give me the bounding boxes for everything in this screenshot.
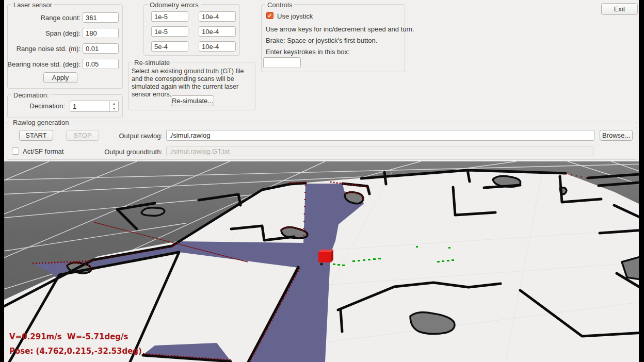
odometry-errors-group-title: Odometry errors — [148, 1, 201, 9]
resimulate-button[interactable]: Re-simulate... — [171, 95, 214, 106]
use-joystick-checkbox[interactable]: ✓ — [266, 12, 273, 19]
output-rawlog-input[interactable] — [166, 130, 594, 141]
odometry-error-input-4[interactable] — [199, 26, 236, 37]
start-button[interactable]: START — [19, 130, 53, 141]
output-groundtruth-label: Output groundtruth: — [97, 148, 163, 156]
rawlog-generation-group-title: Rawlog generation — [11, 119, 71, 126]
right-black-bar — [639, 0, 644, 362]
resimulate-description: Select an existing ground truth (GT) fil… — [132, 68, 252, 98]
act-sf-checkbox[interactable]: ✓ — [12, 147, 19, 155]
bearing-noise-input[interactable] — [83, 59, 119, 69]
keystroke-input[interactable] — [263, 57, 301, 68]
range-noise-label: Range noise std. (m): — [7, 45, 81, 53]
odometry-error-input-1[interactable] — [151, 11, 188, 22]
odometry-error-input-3[interactable] — [151, 26, 188, 37]
apply-button[interactable]: Apply — [43, 72, 77, 83]
check-icon: ✓ — [267, 13, 272, 19]
simulation-3d-viewport[interactable]: V=0.291m/s W=-5.71deg/s Pose: (4.762,0.2… — [0, 161, 644, 362]
controls-instruction-brake: Brake: Space or joystick's first button. — [266, 37, 377, 44]
odometry-error-input-6[interactable] — [199, 41, 236, 52]
control-panel: Laser sensor Range count: Span (deg): Ra… — [4, 0, 639, 161]
spinner-up-icon[interactable]: ▴ — [110, 101, 118, 106]
decimation-label: Decimation: — [13, 102, 65, 110]
odometry-error-input-2[interactable] — [199, 11, 236, 22]
decimation-stepper[interactable]: ▴ ▾ — [70, 101, 119, 112]
output-rawlog-label: Output rawlog: — [111, 132, 163, 140]
bearing-noise-label: Bearing noise std. (deg): — [7, 60, 81, 68]
hud-velocity-text: V=0.291m/s W=-5.71deg/s — [9, 332, 128, 341]
range-count-label: Range count: — [7, 14, 81, 22]
stop-button[interactable]: STOP — [66, 130, 99, 141]
range-count-input[interactable] — [83, 12, 119, 23]
odometry-error-input-5[interactable] — [151, 41, 188, 52]
left-black-bar — [0, 0, 4, 362]
act-sf-label: Act/SF format — [23, 147, 63, 155]
robot-wheel — [320, 262, 323, 265]
decimation-group-title: Decimation: — [11, 91, 51, 99]
laser-sensor-group-title: Laser sensor — [11, 1, 54, 9]
keystroke-label: Enter keystrokes in this box: — [266, 48, 350, 56]
controls-group-title: Controls — [265, 1, 294, 9]
output-groundtruth-input — [166, 146, 593, 156]
exit-button[interactable]: Exit — [601, 3, 638, 15]
resimulate-group-title: Re-simulate — [132, 59, 172, 67]
span-label: Span (deg): — [7, 29, 81, 37]
spinner-down-icon[interactable]: ▾ — [110, 106, 118, 111]
controls-instruction-arrows: Use arrow keys for inc/decrement speed a… — [266, 25, 414, 33]
range-noise-input[interactable] — [83, 43, 119, 54]
spinner-arrows[interactable]: ▴ ▾ — [109, 101, 118, 111]
use-joystick-label: Use joystick — [277, 12, 313, 20]
hud-pose-text: Pose: (4.762,0.215,-32.53deg) — [9, 347, 142, 356]
span-input[interactable] — [83, 28, 119, 38]
browse-button[interactable]: Browse... — [600, 130, 633, 141]
